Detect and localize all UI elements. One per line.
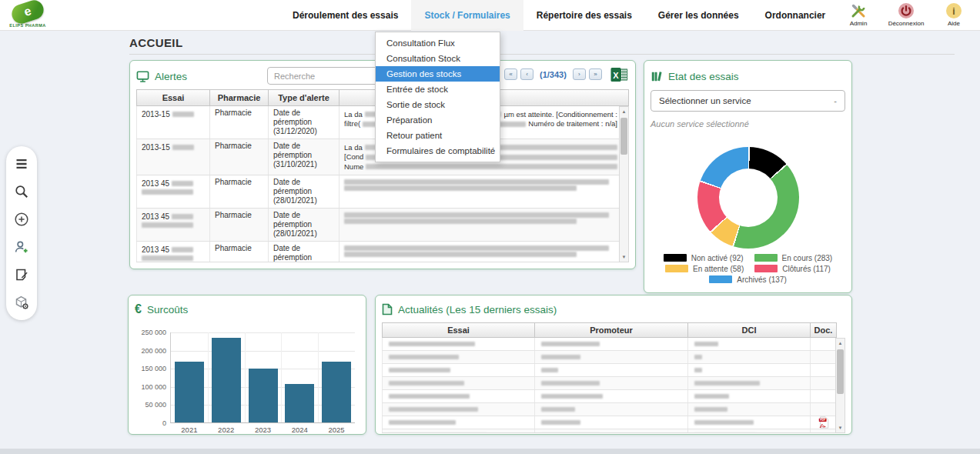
cell-pharmacie: Pharmacie [210, 209, 269, 241]
redacted-text [541, 420, 580, 425]
redacted-text [389, 381, 464, 386]
pdf-document-link[interactable]: PDF [811, 416, 837, 429]
cell-promoteur [535, 403, 688, 416]
menu-icon [14, 156, 29, 172]
col-essai[interactable]: Essai [136, 89, 210, 106]
redacted-text [389, 342, 475, 346]
cell-alerte [339, 209, 629, 241]
redacted-text [694, 381, 760, 386]
alert-line [344, 212, 617, 218]
cell-doc [811, 403, 837, 416]
package-settings-button[interactable] [13, 294, 30, 311]
table-row[interactable]: 2013 45PharmacieDate de péremption(28/01… [136, 242, 629, 262]
news-row[interactable] [382, 403, 845, 416]
alert-line [344, 252, 617, 257]
service-select[interactable]: Sélectionner un service - [651, 90, 845, 112]
dropdown-item-consultation-flux[interactable]: Consultation Flux [376, 35, 500, 51]
note-pencil-icon [14, 267, 29, 282]
col-pharmacie[interactable]: Pharmacie [210, 89, 269, 106]
scroll-up-icon[interactable]: ▲ [836, 339, 845, 348]
surcouts-bar-chart: 050 000100 000150 000200 000250 00020212… [135, 319, 358, 431]
nav-deroulement-des-essais[interactable]: Déroulement des essais [279, 0, 411, 31]
dropdown-item-retour-patient[interactable]: Retour patient [376, 128, 500, 143]
search-tool-button[interactable] [13, 183, 30, 200]
dropdown-item-pr-paration[interactable]: Préparation [376, 112, 500, 128]
side-toolbar [6, 146, 37, 320]
prev-page-button[interactable]: ‹ [520, 68, 533, 80]
page-title: ACCUEIL [129, 36, 182, 49]
bar-2025 [322, 362, 351, 422]
news-row[interactable] [382, 429, 845, 433]
news-row[interactable] [382, 351, 845, 364]
next-page-button[interactable]: › [573, 68, 586, 80]
gridline [208, 332, 209, 422]
svg-text:i: i [952, 6, 955, 17]
cell-essai [382, 416, 535, 429]
add-user-button[interactable] [13, 239, 30, 255]
edit-button[interactable] [13, 266, 30, 283]
col-dci[interactable]: DCI [688, 322, 811, 338]
admin-button[interactable]: Admin [838, 2, 878, 27]
cell-doc [811, 429, 837, 433]
add-button[interactable] [13, 211, 30, 228]
alertes-pager: « ‹ (1/343) › » [504, 68, 602, 80]
news-row[interactable] [382, 390, 845, 403]
cell-doc [811, 377, 837, 389]
monitor-icon [136, 71, 149, 82]
col-news-essai[interactable]: Essai [382, 322, 535, 338]
legend-swatch [754, 265, 778, 272]
dropdown-item-formulaires-de-comptabilit-[interactable]: Formulaires de comptabilité [376, 143, 500, 159]
nav-stock-formulaires[interactable]: Stock / Formulaires [411, 0, 523, 31]
col-doc[interactable]: Doc. [811, 322, 837, 338]
cell-essai: 2013 45 [136, 175, 210, 208]
news-row[interactable] [382, 364, 845, 377]
table-row[interactable]: 2013 45PharmacieDate de péremption(28/01… [136, 209, 629, 242]
scroll-down-icon[interactable]: ▼ [620, 252, 628, 262]
cell-promoteur [535, 390, 688, 402]
brand-logo[interactable]: e ELIPS PHARMA [6, 2, 49, 28]
first-page-button[interactable]: « [504, 68, 517, 80]
scroll-down-icon[interactable]: ▼ [836, 423, 845, 432]
legend-item: En cours (283) [754, 253, 833, 262]
logout-button[interactable]: Déconnexion [886, 2, 926, 27]
news-row[interactable] [382, 377, 845, 390]
user-plus-icon [14, 239, 29, 255]
last-page-button[interactable]: » [589, 68, 602, 80]
scroll-thumb[interactable] [620, 118, 627, 155]
cell-promoteur [535, 377, 688, 389]
power-icon [898, 2, 915, 19]
dropdown-item-entr-e-de-stock[interactable]: Entrée de stock [376, 82, 500, 97]
actualites-scrollbar[interactable]: ▲ ▼ [835, 338, 845, 433]
cell-essai [382, 377, 535, 389]
legend-label: En cours (283) [782, 254, 833, 262]
dropdown-item-consultation-stock[interactable]: Consultation Stock [376, 51, 500, 66]
export-excel-button[interactable]: X [610, 67, 627, 85]
help-button[interactable]: i Aide [934, 2, 974, 27]
y-tick-label: 150 000 [141, 365, 171, 372]
cell-essai [382, 338, 535, 350]
scroll-thumb[interactable] [837, 349, 844, 394]
table-row[interactable]: 2013 45PharmacieDate de péremption(28/01… [136, 175, 629, 209]
cell-doc [811, 338, 837, 350]
logout-label: Déconnexion [886, 20, 926, 27]
news-row[interactable]: PDF [382, 416, 845, 429]
dropdown-item-sortie-de-stock[interactable]: Sortie de stock [376, 97, 500, 112]
cell-essai [382, 403, 535, 416]
nav-repertoire-des-essais[interactable]: Répertoire des essais [523, 0, 645, 31]
news-row[interactable] [382, 338, 845, 351]
menu-button[interactable] [13, 155, 30, 172]
dropdown-item-gestion-des-stocks[interactable]: Gestion des stocks [376, 66, 500, 82]
x-tick-label: 2025 [318, 426, 355, 434]
nav-ordonnancier[interactable]: Ordonnancier [752, 0, 839, 31]
col-promoteur[interactable]: Promoteur [535, 322, 688, 338]
essai-line: 2013-15 [142, 143, 205, 152]
essai-line: 2013 45 [142, 212, 205, 222]
nav-gerer-les-donnees[interactable]: Gérer les données [645, 0, 752, 31]
redacted-text [694, 355, 702, 359]
surcouts-title: Surcoûts [147, 304, 188, 315]
alertes-scrollbar[interactable]: ▲ ▼ [619, 106, 629, 262]
col-type-alerte[interactable]: Type d'alerte [269, 89, 339, 106]
redacted-text [172, 112, 194, 117]
scroll-up-icon[interactable]: ▲ [620, 107, 628, 116]
cell-promoteur [535, 429, 688, 433]
